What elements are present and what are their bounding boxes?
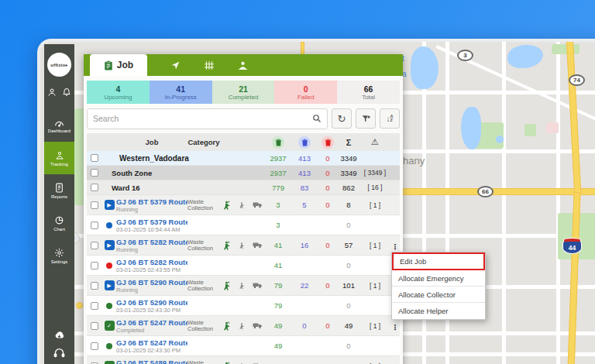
row-checkbox[interactable] <box>91 322 98 330</box>
count-b1: 41 <box>265 261 291 270</box>
geofence-icon[interactable] <box>204 60 215 70</box>
helper-icon <box>239 242 245 249</box>
job-name-link[interactable]: GJ 06 BT 5489 Route 09 <box>116 359 187 364</box>
context-menu-item-allocate-emergency[interactable]: Allocate Emergency <box>392 270 485 287</box>
count-b3: 0 <box>318 241 338 249</box>
count-tot: 862 <box>338 184 359 192</box>
table-row-region[interactable]: Western_Vadodara293741303349 <box>87 151 400 166</box>
row-checkbox[interactable] <box>91 262 98 270</box>
count-b1: 41 <box>265 241 291 249</box>
collector-icon <box>222 241 231 250</box>
row-checkbox[interactable] <box>91 242 98 249</box>
sidebar-item-reports[interactable]: Reports <box>44 174 74 207</box>
count-b3: 0 <box>318 184 338 192</box>
search-toolbar: ↻ ↓AZ <box>87 108 400 129</box>
row-menu-button[interactable]: ⋮ <box>391 323 399 331</box>
status-dot <box>106 343 112 349</box>
count-tot: 57 <box>338 241 359 249</box>
row-checkbox[interactable] <box>91 221 98 229</box>
status-card-in-progress[interactable]: 41In-Progress <box>150 81 212 104</box>
table-row-ward[interactable]: Ward 16779830862[ 16 ] <box>87 180 400 195</box>
table-row-job[interactable]: ▶GJ 06 BT 5282 Route 6RunningWaste Colle… <box>87 235 400 256</box>
row-checkbox[interactable] <box>91 169 98 177</box>
settings-icon <box>54 248 64 258</box>
count-b2: 413 <box>291 169 318 177</box>
trip-count: [ 1 ] <box>359 322 390 330</box>
row-checkbox[interactable] <box>91 302 98 310</box>
job-name-link[interactable]: GJ 06 BT 5282 Route 6 <box>116 258 187 266</box>
tab-job[interactable]: Job <box>90 54 147 76</box>
sidebar-item-settings[interactable]: Settings <box>44 239 74 272</box>
navigation-arrow-icon[interactable] <box>170 60 181 70</box>
count-tot: 0 <box>338 301 359 310</box>
table-row-job[interactable]: ▶GJ 06 BT 5290 Route 5RunningWaste Colle… <box>87 276 400 296</box>
bell-icon[interactable] <box>62 88 71 97</box>
row-checkbox[interactable] <box>91 342 98 350</box>
count-b1: 79 <box>265 301 291 310</box>
table-row-instance[interactable]: GJ 06 BT 5282 Route 603-01-2025 02:43:55… <box>87 256 400 276</box>
table-row-instance[interactable]: GJ 06 BT 5247 Route 1603-01-2025 02:43:3… <box>87 336 400 356</box>
truck-icon <box>253 322 263 329</box>
filter-button[interactable] <box>356 108 376 129</box>
helper-icon <box>239 322 245 330</box>
tracking-icon <box>55 150 64 160</box>
table-row-zone[interactable]: South Zone293741303349[ 3349 ] <box>87 166 400 180</box>
context-menu-item-allocate-helper[interactable]: Allocate Helper <box>392 303 485 319</box>
table-row-job[interactable]: ✓GJ 06 BT 5489 Route 09CompletedWaste Co… <box>87 356 400 364</box>
row-checkbox[interactable] <box>91 154 98 162</box>
refresh-button[interactable]: ↻ <box>332 108 352 129</box>
context-menu-item-allocate-collector[interactable]: Allocate Collector <box>392 287 485 303</box>
status-dot <box>106 263 112 269</box>
job-name-link[interactable]: GJ 06 BT 5247 Route 16 <box>116 338 187 347</box>
job-name-link[interactable]: GJ 06 BT 5282 Route 6 <box>116 238 187 246</box>
status-card-failed[interactable]: 0Failed <box>274 81 337 104</box>
sort-button[interactable]: ↓AZ <box>380 108 400 129</box>
column-header-job[interactable]: Job <box>116 138 187 146</box>
table-row-instance[interactable]: GJ 06 BT 5379 Route 703-01-2025 10:54:44… <box>87 215 400 235</box>
route-marker-74: 74 <box>569 74 585 86</box>
sidebar-item-tracking[interactable]: Tracking <box>44 142 74 174</box>
column-header-category[interactable]: Category <box>187 139 220 146</box>
headset-icon[interactable] <box>53 348 65 358</box>
job-name-link[interactable]: GJ 06 BT 5290 Route 5 <box>116 278 187 287</box>
collector-icon <box>222 321 231 331</box>
status-card-label: Upcoming <box>104 94 132 101</box>
job-name-link[interactable]: GJ 06 BT 5290 Route 5 <box>116 298 187 307</box>
job-timestamp: 03-01-2025 02:43:30 PM <box>116 307 187 314</box>
count-b3: 0 <box>318 321 338 330</box>
trip-count: [ 3349 ] <box>359 169 390 177</box>
green-bin-icon <box>272 136 284 149</box>
count-tot: 0 <box>338 221 359 229</box>
job-timestamp: 03-01-2025 10:54:44 AM <box>116 226 187 233</box>
person-pin-icon[interactable] <box>238 60 248 70</box>
status-card-upcoming[interactable]: 4Upcoming <box>87 81 150 104</box>
row-checkbox[interactable] <box>91 184 98 191</box>
table-row-job[interactable]: ✓GJ 06 BT 5247 Route 16CompletedWaste Co… <box>87 316 400 336</box>
status-card-total[interactable]: 66Total <box>337 81 400 104</box>
user-icon[interactable] <box>47 88 57 97</box>
sidebar-item-dashboard[interactable]: Dashboard <box>44 109 74 142</box>
map-highway-spot <box>76 302 83 309</box>
cloud-download-icon[interactable] <box>53 330 66 340</box>
map-water <box>507 45 543 68</box>
sidebar-item-chart[interactable]: Chart <box>44 207 74 239</box>
row-checkbox[interactable] <box>91 201 98 209</box>
job-name-link[interactable]: GJ 06 BT 5379 Route 7 <box>116 218 187 226</box>
status-card-completed[interactable]: 21Completed <box>212 81 275 104</box>
table-row-job[interactable]: ▶GJ 06 BT 5379 Route 7RunningWaste Colle… <box>87 195 400 215</box>
context-menu-item-edit-job[interactable]: Edit Job <box>392 252 485 270</box>
status-card-label: Total <box>362 94 375 101</box>
sidebar: uffizio▸ DashboardTrackingReportsChartSe… <box>44 44 74 364</box>
count-b2: 22 <box>291 281 318 290</box>
route-marker-66: 66 <box>477 186 494 197</box>
map-water <box>411 46 439 89</box>
search-input[interactable] <box>93 114 312 123</box>
table-row-instance[interactable]: GJ 06 BT 5290 Route 503-01-2025 02:43:30… <box>87 296 400 316</box>
dashboard-icon <box>54 118 64 127</box>
job-name-link[interactable]: GJ 06 BT 5247 Route 16 <box>116 318 187 327</box>
count-tot: 3349 <box>338 169 359 177</box>
row-checkbox[interactable] <box>91 282 98 290</box>
sidebar-item-label: Dashboard <box>48 129 71 133</box>
job-name-link[interactable]: GJ 06 BT 5379 Route 7 <box>116 197 187 206</box>
row-menu-button[interactable]: ⋮ <box>391 242 399 251</box>
